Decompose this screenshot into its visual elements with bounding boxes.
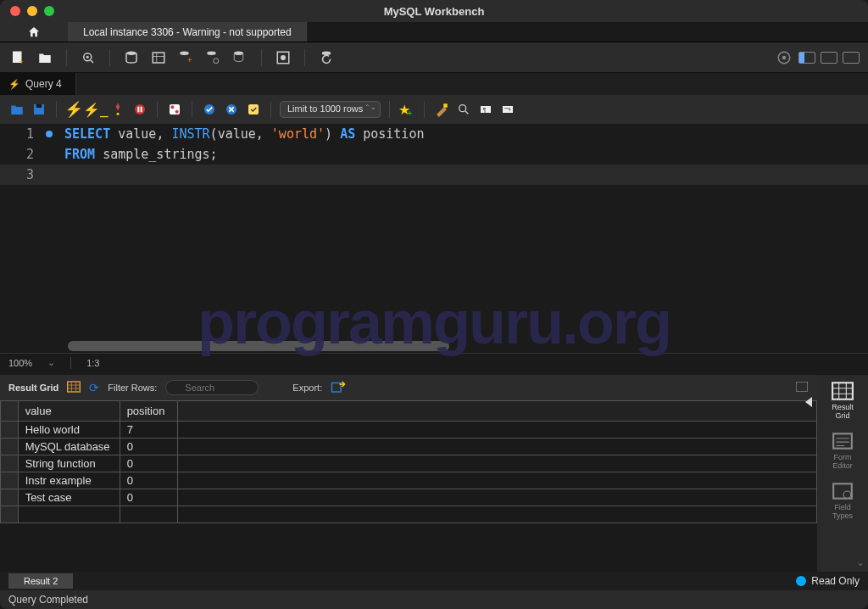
- db-add-icon[interactable]: +: [176, 48, 195, 67]
- row-handle[interactable]: [1, 472, 19, 489]
- cell[interactable]: [120, 506, 177, 523]
- settings-icon[interactable]: [775, 48, 793, 67]
- connection-tab[interactable]: Local instance 3306 - Warning - not supp…: [68, 22, 308, 42]
- side-tab-label: Form Editor: [832, 453, 853, 470]
- svg-point-12: [281, 55, 286, 60]
- stop-icon[interactable]: [131, 101, 148, 118]
- table-row[interactable]: String function0: [1, 455, 817, 472]
- zoom-caret[interactable]: ⌄: [47, 357, 55, 368]
- commit-icon[interactable]: [201, 101, 218, 118]
- scroll-down-icon[interactable]: ⌄: [856, 556, 865, 568]
- editor-toolbar: ⚡ ⚡⎯ Limit to 1000 rows ★+ ¶: [0, 95, 868, 124]
- svg-text:+: +: [19, 57, 24, 65]
- cell[interactable]: 0: [120, 489, 177, 506]
- rollback-icon[interactable]: [223, 101, 240, 118]
- svg-rect-17: [36, 104, 42, 108]
- cell[interactable]: String function: [18, 455, 120, 472]
- svg-text:¶: ¶: [483, 107, 487, 113]
- svg-rect-33: [796, 383, 807, 392]
- editor-line[interactable]: 3: [0, 165, 868, 185]
- side-tab-field-types[interactable]: Field Types: [832, 482, 854, 520]
- side-tab-form-editor[interactable]: Form Editor: [832, 432, 854, 470]
- svg-text:+: +: [187, 56, 192, 64]
- horizontal-scrollbar[interactable]: [68, 341, 449, 351]
- refresh-icon[interactable]: ⟳: [89, 381, 99, 394]
- result-footer: Result 2 Read Only: [0, 572, 868, 590]
- cell[interactable]: 0: [120, 472, 177, 489]
- explain-icon[interactable]: [109, 101, 126, 118]
- open-file-icon[interactable]: [8, 101, 25, 118]
- cell[interactable]: [177, 506, 816, 523]
- maximize-window-button[interactable]: [44, 6, 54, 16]
- svg-point-37: [843, 491, 851, 499]
- row-handle[interactable]: [1, 439, 19, 455]
- left-panel-toggle[interactable]: [798, 52, 815, 64]
- bottom-panel-toggle[interactable]: [821, 52, 837, 64]
- row-handle[interactable]: [1, 422, 19, 439]
- cell[interactable]: 7: [120, 422, 177, 439]
- svg-point-10: [234, 51, 243, 55]
- row-handle[interactable]: [1, 489, 19, 506]
- row-limit-select[interactable]: Limit to 1000 rows: [280, 101, 381, 118]
- open-sql-file-icon[interactable]: [36, 48, 54, 67]
- side-tab-label: Field Types: [832, 503, 853, 520]
- editor-line[interactable]: 1SELECT value, INSTR(value, 'world') AS …: [0, 124, 868, 144]
- result-tab[interactable]: Result 2: [8, 573, 73, 589]
- save-file-icon[interactable]: [31, 101, 47, 118]
- zoom-level[interactable]: 100%: [8, 358, 32, 368]
- svg-rect-26: [444, 103, 448, 108]
- inspector-icon[interactable]: [79, 48, 97, 67]
- table-row[interactable]: Test case0: [1, 489, 817, 506]
- db-schema-icon[interactable]: [231, 48, 249, 67]
- cell[interactable]: 0: [120, 439, 177, 455]
- autocommit-toggle-icon[interactable]: [245, 101, 262, 118]
- editor-line[interactable]: 2FROM sample_strings;: [0, 144, 868, 165]
- beautify-icon[interactable]: [433, 101, 450, 118]
- cell[interactable]: Hello world: [18, 422, 120, 439]
- row-handle[interactable]: [1, 506, 19, 523]
- db-table-icon[interactable]: [149, 48, 168, 67]
- cell[interactable]: 0: [120, 455, 177, 472]
- svg-rect-25: [248, 104, 259, 115]
- find-icon[interactable]: [455, 101, 472, 118]
- table-row-empty[interactable]: [1, 506, 817, 523]
- collapse-arrow-icon[interactable]: [805, 397, 812, 407]
- wrap-icon[interactable]: [499, 101, 516, 118]
- favorite-icon[interactable]: ★+: [398, 101, 415, 118]
- autocommit-icon[interactable]: [166, 101, 183, 118]
- export-icon[interactable]: [331, 380, 346, 395]
- whitespace-icon[interactable]: ¶: [477, 101, 494, 118]
- code-text[interactable]: FROM sample_strings;: [53, 147, 218, 162]
- row-handle[interactable]: [1, 455, 19, 472]
- cell[interactable]: Instr example: [18, 472, 120, 489]
- new-sql-file-icon[interactable]: +: [8, 48, 27, 67]
- breakpoint-marker: [46, 131, 53, 137]
- result-grid[interactable]: valueposition Hello world7MySQL database…: [0, 400, 817, 572]
- cell[interactable]: MySQL database: [18, 439, 120, 455]
- execute-current-icon[interactable]: ⚡⎯: [87, 101, 104, 118]
- side-tab-result-grid[interactable]: Result Grid: [832, 382, 854, 420]
- column-header[interactable]: position: [120, 401, 177, 422]
- sql-editor[interactable]: 1SELECT value, INSTR(value, 'world') AS …: [0, 124, 868, 353]
- cell[interactable]: [18, 506, 120, 523]
- code-text[interactable]: SELECT value, INSTR(value, 'world') AS p…: [53, 126, 424, 142]
- dashboard-icon[interactable]: [274, 48, 292, 67]
- close-window-button[interactable]: [10, 6, 20, 16]
- db-search-icon[interactable]: [203, 48, 222, 67]
- table-row[interactable]: MySQL database0: [1, 439, 817, 455]
- cell[interactable]: Test case: [18, 489, 120, 506]
- db-icon[interactable]: [122, 48, 141, 67]
- db-refresh-icon[interactable]: [317, 48, 336, 67]
- filter-rows-input[interactable]: [165, 380, 259, 395]
- wrap-cell-icon[interactable]: [795, 381, 809, 394]
- result-grid-icon[interactable]: [67, 381, 81, 394]
- home-tab[interactable]: [0, 22, 68, 42]
- minimize-window-button[interactable]: [27, 6, 37, 16]
- table-row[interactable]: Instr example0: [1, 472, 817, 489]
- column-header[interactable]: value: [18, 401, 120, 422]
- query-tab[interactable]: ⚡ Query 4: [0, 73, 76, 95]
- table-row[interactable]: Hello world7: [1, 422, 817, 439]
- right-panel-toggle[interactable]: [843, 52, 860, 64]
- results-panel: Result Grid ⟳ Filter Rows: 🔍 Export: val…: [0, 375, 868, 572]
- execute-icon[interactable]: ⚡: [65, 101, 82, 118]
